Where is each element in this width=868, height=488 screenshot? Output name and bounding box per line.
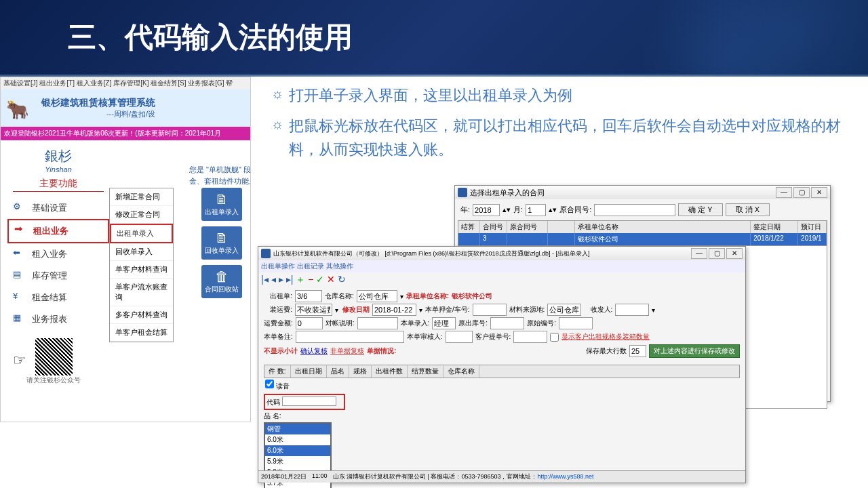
- app-screenshot-left: 基础设置[J] 租出业务[T] 租入业务[Z] 库存管理[K] 租金结算[S] …: [0, 77, 251, 422]
- cd-label: 原出库号:: [458, 319, 488, 328]
- ck-input[interactable]: [357, 290, 397, 302]
- main-func-label: 主要功能: [13, 176, 104, 192]
- menu-settle[interactable]: ¥租金结算: [7, 287, 109, 308]
- slide-title: 三、代码输入法的使用: [68, 18, 353, 56]
- min-icon[interactable]: —: [691, 248, 707, 259]
- close-icon[interactable]: ✕: [811, 187, 827, 198]
- qr-label: 请关注银杉公众号: [26, 375, 81, 385]
- date-input[interactable]: [372, 304, 416, 316]
- submenu-return-entry[interactable]: 回收单录入: [110, 243, 173, 261]
- menu-label: 租金结算: [32, 291, 67, 304]
- plus-icon[interactable]: ＋: [296, 274, 305, 286]
- bn-input[interactable]: [296, 331, 404, 343]
- status-time: 11:00: [312, 472, 328, 481]
- menu-rentout[interactable]: ⮕租出业务: [7, 219, 109, 243]
- action-return[interactable]: 🗎回收单录入: [201, 226, 242, 260]
- status-date: 2018年01月22日: [261, 472, 307, 481]
- last-icon[interactable]: ▸|: [286, 274, 294, 286]
- contract-label: 原合同号:: [559, 205, 591, 215]
- menu-stock[interactable]: ▤库存管理: [7, 265, 109, 287]
- contract-input[interactable]: [594, 204, 675, 216]
- cz-value: 银杉软件公司: [452, 291, 492, 301]
- next-icon[interactable]: ▸: [279, 274, 283, 286]
- check-icon[interactable]: ✓: [316, 274, 324, 286]
- readvoice-checkbox[interactable]: [265, 380, 274, 388]
- table-row[interactable]: 3银杉软件公司2018/1/222019/1: [458, 233, 827, 245]
- gear-icon: ⚙: [13, 201, 26, 215]
- first-icon[interactable]: |◂: [261, 274, 269, 286]
- submenu-query1[interactable]: 单客户材料查询: [110, 261, 173, 279]
- save-button[interactable]: 对上述内容进行保存或修改: [649, 344, 740, 358]
- kh-input[interactable]: [513, 331, 547, 343]
- submenu-rentout-entry[interactable]: 出租单录入: [110, 224, 173, 243]
- max-icon[interactable]: ▢: [793, 187, 810, 198]
- br-label: 本单录入:: [401, 319, 430, 328]
- close-icon[interactable]: ✕: [726, 248, 743, 259]
- menu-report[interactable]: ▦业务报表: [7, 308, 109, 330]
- spin-icon[interactable]: ▴▾: [502, 205, 511, 214]
- submenu-query2[interactable]: 单客户流水账查询: [110, 279, 173, 306]
- code-input-area: 代码: [264, 394, 345, 410]
- zy-input[interactable]: [295, 304, 332, 316]
- max-icon[interactable]: ▢: [709, 248, 725, 259]
- code-input[interactable]: [282, 396, 336, 406]
- month-input[interactable]: [526, 204, 546, 216]
- showqty-checkbox[interactable]: [550, 333, 559, 342]
- chevron-down-icon[interactable]: ▾: [652, 306, 655, 314]
- ys-label: 原始编号:: [527, 319, 556, 328]
- minus-icon[interactable]: −: [308, 274, 313, 286]
- sh-input[interactable]: [446, 331, 473, 343]
- ly-input[interactable]: [547, 304, 581, 316]
- menu-label: 租入业务: [32, 248, 67, 260]
- br-input[interactable]: [432, 317, 456, 329]
- cancel-button[interactable]: 取 消 X: [726, 203, 770, 216]
- action-rentout[interactable]: 🗎出租单录入: [201, 188, 242, 221]
- chevron-down-icon[interactable]: ▾: [419, 306, 422, 314]
- menu-label: 业务报表: [32, 313, 67, 325]
- maxrow-input[interactable]: [629, 345, 646, 357]
- sf-input[interactable]: [615, 304, 649, 316]
- submenu-query3[interactable]: 多客户材料查询: [110, 306, 173, 324]
- prev-icon[interactable]: ◂: [271, 274, 276, 286]
- submenu-edit[interactable]: 修改正常合同: [110, 206, 173, 224]
- min-icon[interactable]: —: [776, 187, 792, 198]
- submenu-popup: 新增正常合同 修改正常合同 出租单录入 回收单录入 单客户材料查询 单客户流水账…: [109, 188, 174, 342]
- statusbar: 2018年01月22日 11:00 山东 淄博银杉计算机软件有限公司 | 客服电…: [258, 470, 745, 483]
- win1-titlebar: 选择出租单录入的合同 —▢✕: [455, 186, 830, 199]
- ok-button[interactable]: 确 定 Y: [678, 203, 722, 216]
- status-url[interactable]: http://www.ys588.net: [537, 473, 593, 480]
- bz-input[interactable]: [357, 317, 398, 329]
- confirm-link[interactable]: 确认复核: [300, 346, 328, 356]
- banner-sub: ---周料/盘扣/设: [41, 109, 155, 119]
- chevron-down-icon[interactable]: ▾: [400, 293, 403, 300]
- grid-head: 件 数:出租日期品名规格出租件数结算数量仓库名称: [264, 365, 740, 378]
- menu-rentin[interactable]: ⬅租入业务: [7, 243, 109, 265]
- refresh-icon[interactable]: ↻: [338, 274, 346, 286]
- yf-input[interactable]: [296, 317, 323, 329]
- brand-pinyin: Yinshan: [7, 165, 109, 174]
- spin-icon[interactable]: ▴▾: [549, 205, 557, 214]
- menu-label: 基础设置: [32, 202, 67, 214]
- submenu-settle[interactable]: 单客户租金结算: [110, 324, 173, 342]
- action-label: 出租单录入: [205, 208, 239, 216]
- dh-input[interactable]: [295, 290, 322, 302]
- app-icon: [261, 249, 271, 258]
- win2-menubar[interactable]: 出租单操作 出租记录 其他操作: [258, 260, 745, 272]
- action-label: 合同回收站: [205, 285, 239, 293]
- chevron-down-icon[interactable]: ▾: [335, 306, 338, 314]
- submenu-new[interactable]: 新增正常合同: [110, 188, 173, 206]
- cd-input[interactable]: [490, 317, 524, 329]
- cross-icon[interactable]: ✕: [327, 274, 335, 286]
- year-input[interactable]: [473, 204, 500, 216]
- ys-input[interactable]: [559, 317, 593, 329]
- bd-input[interactable]: [473, 304, 507, 316]
- menu-basic[interactable]: ⚙基础设置: [7, 197, 109, 219]
- yen-icon: ¥: [13, 291, 26, 304]
- advisory-text: 您是 "单机旗舰" 段租金、套租结件功能。: [189, 164, 251, 186]
- cz-label: 承租单位名称:: [406, 291, 449, 301]
- doc-icon: 🗎: [201, 230, 242, 246]
- entry-form: 出租单: 仓库名称:▾ 承租单位名称:银杉软件公司 装运费:▾ 修改日期▾ 本单…: [258, 287, 745, 362]
- nonaudit-link[interactable]: 非单据复核: [330, 346, 364, 356]
- nosubtotal[interactable]: 不显示小计: [264, 346, 298, 356]
- action-recycle[interactable]: 🗑合同回收站: [201, 265, 242, 298]
